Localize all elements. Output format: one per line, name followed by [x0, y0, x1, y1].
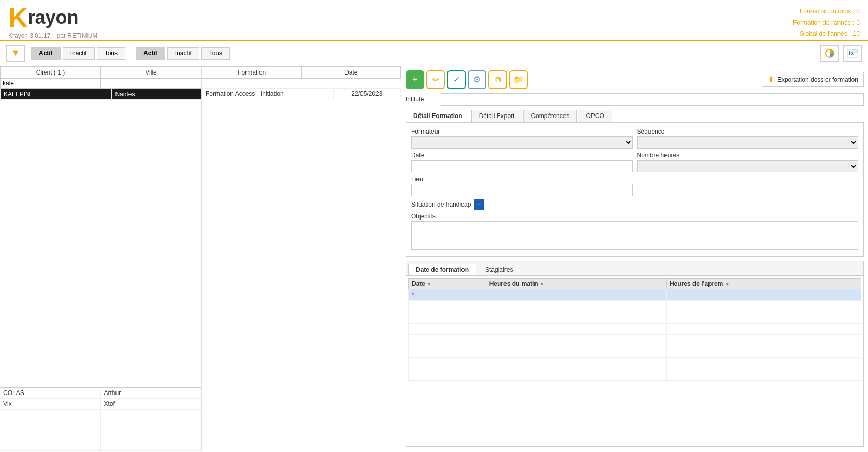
client-city-cell: Nantes: [112, 89, 201, 99]
objectifs-label: Objectifs: [411, 213, 858, 220]
table-row: [409, 323, 861, 334]
intitule-row: Intitulé: [406, 93, 864, 106]
group2-buttons: Actif Inactif Tous: [136, 47, 230, 60]
handicap-row: Situation de handicap −: [411, 199, 633, 210]
action-buttons: ＋ ✏ ✓ ⚙ ⧉ 📁: [406, 70, 528, 89]
folder-button[interactable]: 📁: [509, 70, 528, 89]
objectifs-textarea[interactable]: [411, 221, 858, 250]
left-city-search-input[interactable]: [101, 79, 201, 88]
mid-list-table: Formation Access - Initiation 22/05/2023: [202, 88, 401, 99]
table-row: [409, 334, 861, 346]
mid-search-input[interactable]: [202, 79, 302, 88]
matin-sort-arrow: ▼: [540, 282, 544, 287]
left-list: KALEPIN Nantes: [0, 89, 201, 387]
date-sort-arrow: ▼: [427, 282, 431, 287]
lieu-input[interactable]: [411, 184, 633, 196]
main-content: Client ( 1 ) Ville KALEPIN Nantes: [0, 66, 868, 451]
grid-aprem-col: Heures de l'aprem ▼: [666, 278, 861, 289]
left-col2-header: Ville: [101, 66, 201, 78]
date-formation-grid: Date ▼ Heures du matin ▼ Heures de l'apr…: [408, 278, 861, 381]
excel-icon-button[interactable]: fx: [843, 45, 862, 62]
bottom-grid: Date ▼ Heures du matin ▼ Heures de l'apr…: [406, 276, 863, 446]
group2-inactif-button[interactable]: Inactif: [167, 47, 199, 60]
group1-inactif-button[interactable]: Inactif: [63, 47, 95, 60]
logo: K rayon: [8, 4, 97, 31]
gear-button[interactable]: ⚙: [468, 70, 486, 89]
left-list-table: KALEPIN Nantes: [0, 89, 201, 100]
handicap-label: Situation de handicap: [411, 201, 471, 208]
mid-date-search-input[interactable]: [301, 79, 401, 88]
table-row: [409, 357, 861, 369]
group1-buttons: Actif Inactif Tous: [31, 47, 125, 60]
header: K rayon Krayon 3.01.17 par RETINIUM Form…: [0, 0, 868, 41]
tab-date-formation[interactable]: Date de formation: [408, 264, 476, 275]
tab-opco[interactable]: OPCO: [578, 110, 612, 122]
right-panel: ＋ ✏ ✓ ⚙ ⧉ 📁 ⬆ Exportation dossier format…: [401, 66, 868, 451]
client-name-cell: KALEPIN: [1, 89, 112, 99]
form-right-col: Séquence Nombre heures: [637, 128, 859, 210]
pie-chart-icon: [824, 48, 835, 59]
add-button[interactable]: ＋: [406, 70, 424, 89]
nombre-heures-field: Nombre heures: [637, 152, 859, 172]
group1-tous-button[interactable]: Tous: [97, 47, 125, 60]
new-row-aprem: [666, 289, 861, 300]
intitule-input[interactable]: [441, 93, 864, 106]
tab-detail-formation[interactable]: Détail Formation: [406, 110, 470, 122]
sequence-field: Séquence: [637, 128, 859, 149]
form-left-col: Formateur Date Lieu Situation de handica…: [411, 128, 633, 210]
tab-competences[interactable]: Compétences: [523, 110, 577, 122]
mid-col1-header: Formation: [202, 66, 302, 78]
par-retinium: par RETINIUM: [57, 32, 98, 39]
new-row-matin: [486, 289, 666, 300]
list-item[interactable]: COLAS Arthur: [0, 388, 201, 399]
toolbar: ▼ Actif Inactif Tous Actif Inactif Tous …: [0, 41, 868, 66]
grid-date-col: Date ▼: [409, 278, 486, 289]
export-dossier-button[interactable]: ⬆ Exportation dossier formation: [762, 72, 864, 87]
intitule-label: Intitulé: [406, 96, 437, 103]
export-icon: ⬆: [768, 75, 774, 84]
group2-tous-button[interactable]: Tous: [201, 47, 230, 60]
filter-icon-button[interactable]: ▼: [6, 45, 25, 62]
date-label: Date: [411, 152, 633, 159]
table-row: [409, 312, 861, 323]
chart-icon-button[interactable]: [820, 45, 839, 62]
nombre-heures-label: Nombre heures: [637, 152, 859, 159]
copy-button[interactable]: ⧉: [488, 70, 507, 89]
detail-tabs: Détail Formation Détail Export Compétenc…: [406, 110, 864, 123]
stat-formation-mois: Formation du mois : 0: [793, 6, 860, 18]
table-row[interactable]: KALEPIN Nantes: [1, 89, 201, 99]
bottom-section: Date de formation Stagiaires Date ▼ Heur…: [406, 261, 864, 447]
table-row: [409, 300, 861, 312]
nombre-heures-select[interactable]: [637, 160, 859, 172]
validate-button[interactable]: ✓: [447, 70, 466, 89]
grid-matin-col: Heures du matin ▼: [486, 278, 666, 289]
group2-actif-button[interactable]: Actif: [136, 47, 165, 60]
export-button-label: Exportation dossier formation: [777, 76, 858, 83]
stat-global-annee: Global de l'année : 10: [793, 28, 860, 40]
group1-actif-button[interactable]: Actif: [31, 47, 61, 60]
date-input[interactable]: [411, 160, 633, 172]
left-col1-header: Client ( 1 ): [1, 66, 101, 78]
svg-rect-3: [852, 49, 857, 53]
bottom-entries: COLAS Arthur Vlx Xtof: [0, 387, 201, 451]
table-row: [409, 369, 861, 380]
bottom-tabs: Date de formation Stagiaires: [406, 261, 863, 276]
tab-stagiaires[interactable]: Stagiaires: [478, 264, 520, 275]
right-top-bar: ＋ ✏ ✓ ⚙ ⧉ 📁 ⬆ Exportation dossier format…: [406, 70, 864, 89]
table-row[interactable]: Formation Access - Initiation 22/05/2023: [202, 88, 401, 99]
handicap-checkbox[interactable]: −: [474, 199, 484, 210]
sequence-select[interactable]: [637, 136, 859, 149]
tab-detail-export[interactable]: Détail Export: [471, 110, 523, 122]
stat-formation-annee: Formation de l'année : 0: [793, 18, 860, 29]
detail-form: Formateur Date Lieu Situation de handica…: [406, 123, 864, 257]
aprem-sort-arrow: ▼: [725, 282, 730, 287]
formateur-select[interactable]: [411, 136, 633, 149]
left-search-input[interactable]: [1, 79, 100, 88]
edit-button[interactable]: ✏: [426, 70, 445, 89]
grid-new-row[interactable]: *: [409, 289, 861, 300]
mid-col2-header: Date: [301, 66, 401, 78]
list-item[interactable]: Vlx Xtof: [0, 399, 201, 410]
objectifs-area: Objectifs: [411, 213, 858, 251]
form-grid: Formateur Date Lieu Situation de handica…: [411, 128, 858, 210]
logo-subtitle: Krayon 3.01.17 par RETINIUM: [8, 32, 97, 39]
